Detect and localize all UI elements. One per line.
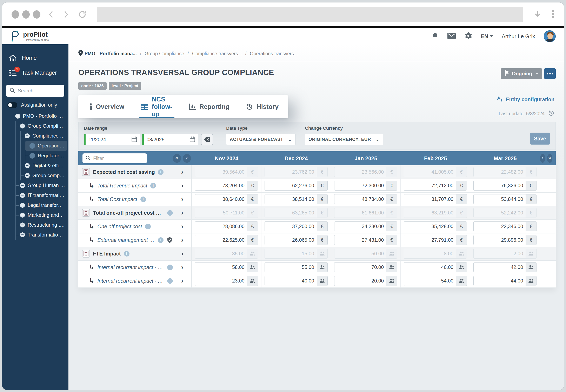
value-input[interactable] <box>265 235 317 245</box>
value-field[interactable] <box>473 276 537 286</box>
value-input[interactable] <box>334 222 387 231</box>
page-prev-icon[interactable]: ‹ <box>183 154 191 163</box>
tab-overview[interactable]: Overview <box>81 95 133 118</box>
value-field[interactable] <box>334 262 397 272</box>
value-input[interactable] <box>474 235 525 245</box>
tree-item[interactable]: Operations transversal ... <box>25 141 67 151</box>
value-field[interactable] <box>404 262 467 272</box>
value-field[interactable]: € <box>334 235 397 245</box>
value-input[interactable] <box>265 222 317 231</box>
value-input[interactable] <box>195 195 247 204</box>
kebab-menu-icon[interactable] <box>552 10 554 19</box>
value-field[interactable]: € <box>195 222 258 231</box>
avatar[interactable] <box>544 30 556 42</box>
value-input[interactable] <box>265 276 317 286</box>
value-input[interactable] <box>334 195 387 204</box>
value-field[interactable]: € <box>404 194 467 204</box>
url-bar[interactable] <box>97 7 523 22</box>
value-input[interactable] <box>404 195 456 204</box>
tree-item[interactable]: IT transformation: road to 20... <box>16 190 67 200</box>
breadcrumb-item[interactable]: Group Compliance <box>145 51 184 56</box>
value-field[interactable] <box>334 276 397 286</box>
calendar-icon[interactable] <box>132 136 137 143</box>
expand-row-button[interactable]: › <box>173 261 192 274</box>
expand-row-button[interactable]: › <box>173 179 192 192</box>
value-field[interactable]: € <box>264 181 328 191</box>
value-input[interactable] <box>195 263 247 272</box>
value-field[interactable]: € <box>334 181 397 191</box>
date-from-field[interactable] <box>84 134 140 145</box>
value-input[interactable] <box>404 276 456 286</box>
page-last-icon[interactable]: » <box>547 154 552 163</box>
propilot-logo[interactable]: proPilot — Powered by eFakto <box>9 30 49 42</box>
value-field[interactable]: € <box>195 235 258 245</box>
forward-icon[interactable] <box>63 10 70 19</box>
value-input[interactable] <box>474 222 525 231</box>
value-input[interactable] <box>404 181 456 190</box>
value-field[interactable]: € <box>334 194 397 204</box>
value-input[interactable] <box>474 276 525 286</box>
value-input[interactable] <box>334 181 387 190</box>
expand-row-button[interactable]: › <box>173 193 192 206</box>
value-field[interactable]: € <box>195 181 258 191</box>
value-field[interactable] <box>264 262 328 272</box>
info-icon[interactable]: i <box>124 251 129 256</box>
expand-row-button[interactable]: › <box>173 220 192 233</box>
currency-select[interactable]: ORIGINAL CURRENCY: EUR ⌄ <box>305 134 383 145</box>
info-icon[interactable]: i <box>158 237 164 243</box>
info-icon[interactable]: i <box>167 265 173 270</box>
table-filter[interactable] <box>83 154 147 163</box>
value-field[interactable] <box>404 276 467 286</box>
info-icon[interactable]: i <box>145 224 151 229</box>
tree-item[interactable]: Compliance transversal pr... <box>21 131 67 141</box>
tree-item[interactable]: Restructuring types for firms <box>16 220 67 230</box>
value-input[interactable] <box>195 181 247 190</box>
info-icon[interactable]: i <box>167 278 173 284</box>
value-field[interactable]: € <box>404 181 467 191</box>
assignation-toggle[interactable] <box>7 102 17 108</box>
breadcrumb-item[interactable]: Operations transvers... <box>250 51 298 56</box>
value-input[interactable] <box>265 181 317 190</box>
tab-ncs-follow-up[interactable]: NCS follow-up <box>133 95 181 118</box>
tree-item[interactable]: PMO - Portfolio management <box>11 111 67 121</box>
tree-item[interactable]: Marketing and Communicati... <box>16 210 67 220</box>
value-input[interactable] <box>404 235 456 245</box>
value-field[interactable] <box>195 276 258 286</box>
search-input[interactable] <box>18 88 69 94</box>
date-from-input[interactable] <box>88 137 132 142</box>
tree-item[interactable]: Group compliance <box>21 170 67 181</box>
value-input[interactable] <box>195 235 247 245</box>
sidebar-item-home[interactable]: Home <box>2 51 69 65</box>
breadcrumb-item[interactable]: PMO - Portfolio mana... <box>78 50 137 57</box>
data-type-select[interactable]: ACTUALS & FORECAST ⌄ <box>226 134 295 145</box>
expand-row-button[interactable]: › <box>173 274 192 287</box>
tab-history[interactable]: History <box>238 95 287 118</box>
value-input[interactable] <box>265 195 317 204</box>
value-input[interactable] <box>195 276 247 286</box>
value-input[interactable] <box>404 263 456 272</box>
tree-item[interactable]: Group Compliance <box>16 121 67 131</box>
language-selector[interactable]: EN <box>481 33 493 39</box>
tree-item[interactable]: Transformation Master Plan -... <box>16 230 67 240</box>
sidebar-search[interactable] <box>6 85 64 97</box>
tree-item[interactable]: Digital & efficiency compli... <box>21 161 67 170</box>
value-input[interactable] <box>334 235 387 245</box>
page-next-icon[interactable]: › <box>540 154 545 163</box>
window-control-dots[interactable] <box>12 10 41 19</box>
reload-icon[interactable] <box>78 10 87 19</box>
back-icon[interactable] <box>47 10 55 19</box>
history-icon[interactable] <box>548 110 554 118</box>
value-input[interactable] <box>474 195 525 204</box>
value-field[interactable] <box>195 262 258 272</box>
sidebar-item-task-manager[interactable]: 1 Task Manager <box>2 65 69 80</box>
window-dot[interactable] <box>33 10 41 19</box>
value-field[interactable]: € <box>264 194 328 204</box>
tree-item[interactable]: Group Human Ressources <box>16 181 67 190</box>
value-field[interactable]: € <box>334 222 397 231</box>
value-input[interactable] <box>334 263 387 272</box>
window-dot[interactable] <box>22 10 30 19</box>
value-field[interactable]: € <box>473 222 537 231</box>
download-icon[interactable] <box>533 10 542 19</box>
entity-configuration-link[interactable]: Entity configuration <box>496 96 554 103</box>
status-button[interactable]: Ongoing <box>501 68 542 79</box>
